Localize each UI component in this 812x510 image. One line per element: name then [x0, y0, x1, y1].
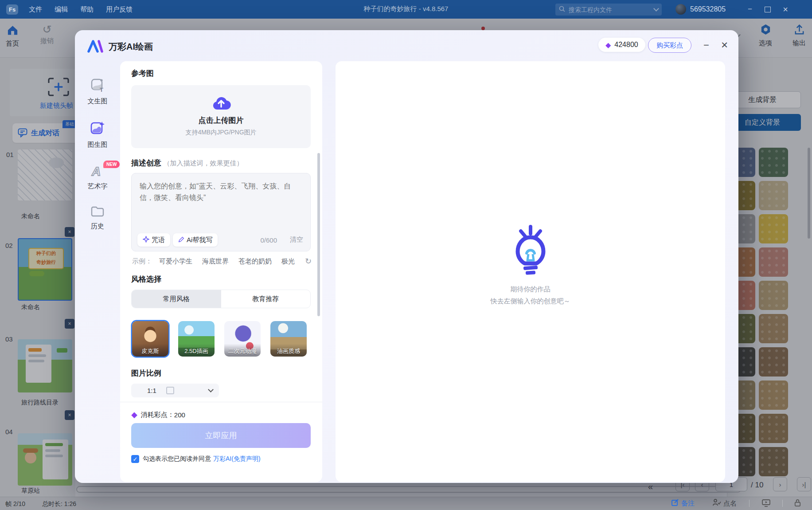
agreement-checkbox-checked[interactable]: ✓ [131, 455, 139, 463]
svg-text:A: A [91, 165, 101, 177]
example-chip[interactable]: 海底世界 [202, 257, 229, 266]
upload-dropzone[interactable]: 点击上传图片 支持4MB内JPG/PNG图片 [131, 85, 311, 148]
text-to-image-icon: T [90, 78, 105, 94]
ratio-select[interactable]: 1:1 [131, 384, 219, 397]
frame-counter: 帧 2/10 [5, 500, 25, 508]
notes-label: 备注 [681, 499, 695, 508]
tab-education-recommended[interactable]: 教育推荐 [221, 290, 311, 308]
image-to-image-icon [90, 121, 105, 137]
search-scope-caret-icon[interactable] [653, 6, 659, 12]
window-close-button[interactable]: × [777, 0, 794, 19]
nav-text-to-image-label: 文生图 [88, 97, 108, 106]
menu-file[interactable]: 文件 [23, 0, 48, 19]
nav-image-to-image-active[interactable]: 图生图 [82, 121, 113, 149]
spell-label: 咒语 [152, 236, 165, 244]
divider [120, 402, 322, 402]
search-input[interactable] [568, 6, 654, 14]
user-account[interactable]: 569532805 [675, 0, 726, 19]
folder-icon [90, 205, 105, 219]
divider [749, 500, 750, 507]
menu-edit[interactable]: 编辑 [48, 0, 74, 19]
sparkle-icon [143, 236, 149, 244]
avatar [675, 4, 686, 15]
apply-button-label: 立即应用 [205, 430, 237, 441]
ai-write-button[interactable]: Ai帮我写 [173, 233, 218, 247]
examples-label: 示例： [132, 257, 152, 266]
style-option-pixar-selected[interactable]: 皮克斯 [132, 321, 168, 357]
clear-button[interactable]: 清空 [290, 235, 303, 244]
pencil-square-icon [671, 498, 679, 508]
example-chip[interactable]: 苍老的奶奶 [238, 257, 272, 266]
points-value: 424800 [614, 41, 638, 49]
nav-image-to-image-label: 图生图 [88, 141, 108, 149]
disclaimer-link[interactable]: 万彩AI(免责声明) [213, 455, 261, 463]
search-box[interactable] [555, 4, 662, 16]
style-caption: 油画质感 [270, 344, 307, 357]
char-counter: 0/600 [260, 236, 277, 244]
cost-row: ◆ 消耗彩点： 200 [131, 410, 185, 420]
style-select-label: 风格选择 [131, 274, 161, 284]
prompt-textarea[interactable] [132, 173, 310, 229]
nav-text-to-image[interactable]: T 文生图 [82, 78, 113, 106]
empty-state-title: 期待你的作品 [336, 285, 725, 294]
cloud-upload-icon [211, 95, 231, 113]
example-chip[interactable]: 可爱小学生 [159, 257, 192, 266]
diamond-icon: ◆ [605, 41, 611, 49]
result-canvas: 期待你的作品 快去左侧输入你的创意吧～ [336, 61, 725, 482]
describe-heading: 描述创意 （加入描述词，效果更佳） [131, 158, 243, 168]
presenter-icon[interactable] [761, 499, 771, 509]
nav-history[interactable]: 历史 [82, 205, 113, 231]
nav-art-text[interactable]: A 艺术字 NEW [82, 163, 113, 191]
cost-value: 200 [174, 411, 185, 419]
upload-title: 点击上传图片 [131, 115, 311, 126]
square-ratio-icon [166, 387, 174, 394]
style-caption: 2.5D插画 [178, 344, 215, 357]
ai-paint-dialog: 万彩AI绘画 ◆ 424800 购买彩点 − × T 文生图 图生图 A 艺术字… [75, 30, 738, 483]
window-maximize-button[interactable] [759, 0, 777, 19]
prompt-box: 咒语 Ai帮我写 0/600 清空 [131, 173, 311, 251]
diamond-icon: ◆ [131, 410, 137, 420]
maximize-icon [765, 7, 771, 12]
agreement-text: 勾选表示您已阅读并同意 [143, 455, 211, 463]
agreement-row: ✓ 勾选表示您已阅读并同意 万彩AI(免责声明) [131, 455, 261, 463]
menu-feedback[interactable]: 用户反馈 [100, 0, 139, 19]
art-text-icon: A [90, 163, 105, 179]
notes-button[interactable]: 备注 [671, 498, 695, 508]
spell-button[interactable]: 咒语 [137, 233, 170, 247]
lock-icon[interactable] [793, 498, 802, 509]
empty-state-subtitle: 快去左侧输入你的创意吧～ [336, 297, 725, 306]
buy-points-label: 购买彩点 [656, 41, 683, 50]
window-minimize-button[interactable]: − [741, 0, 759, 19]
bulb-icon [508, 223, 553, 278]
user-id-label: 569532805 [690, 5, 726, 13]
dialog-close-button[interactable]: × [721, 38, 728, 52]
form-panel-scrollbar[interactable] [317, 153, 320, 316]
nav-art-text-label: 艺术字 [88, 182, 108, 191]
new-badge: NEW [103, 161, 120, 168]
buy-points-button[interactable]: 购买彩点 [648, 38, 691, 53]
refresh-icon[interactable]: ↻ [305, 256, 312, 266]
person-check-icon [712, 498, 721, 508]
search-icon [559, 6, 565, 14]
examples-row: 示例： 可爱小学生 海底世界 苍老的奶奶 极光 ↻ [132, 256, 312, 266]
style-caption: 二次元动漫 [224, 344, 261, 357]
svg-text:T: T [100, 86, 103, 92]
points-balance: ◆ 424800 [598, 38, 645, 52]
style-option-oil-painting[interactable]: 油画质感 [270, 321, 307, 357]
example-chip[interactable]: 极光 [281, 257, 295, 266]
pen-icon [178, 236, 184, 244]
menu-help[interactable]: 帮助 [74, 0, 100, 19]
style-option-anime[interactable]: 二次元动漫 [224, 321, 261, 357]
tab-common-styles-active[interactable]: 常用风格 [132, 290, 221, 308]
apply-button-disabled[interactable]: 立即应用 [131, 423, 311, 448]
style-option-25d-illustration[interactable]: 2.5D插画 [178, 321, 215, 357]
dialog-minimize-button[interactable]: − [703, 39, 709, 51]
dialog-title: 万彩AI绘画 [109, 41, 153, 53]
cost-label: 消耗彩点： [141, 411, 174, 419]
ai-write-label: Ai帮我写 [187, 236, 212, 244]
reference-image-label: 参考图 [131, 68, 154, 78]
ratio-value: 1:1 [147, 387, 156, 394]
total-duration: 总时长: 1:26 [42, 500, 76, 508]
rollcall-button[interactable]: 点名 [712, 498, 737, 508]
nav-history-label: 历史 [91, 222, 104, 231]
